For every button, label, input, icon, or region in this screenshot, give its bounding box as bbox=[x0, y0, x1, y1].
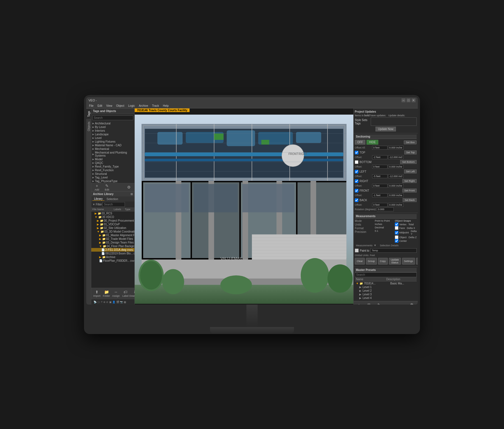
edit-button[interactable]: ✎ Edit bbox=[103, 183, 111, 192]
file-item-boom[interactable]: 📄 09122019 Boom Blo... DWG bbox=[91, 252, 134, 255]
set-front-button[interactable]: Set Front bbox=[402, 189, 417, 193]
right-inches-input[interactable] bbox=[388, 184, 403, 188]
menu-logic[interactable]: Logic bbox=[127, 103, 137, 108]
folder-button[interactable]: 📁 Folder bbox=[102, 289, 110, 298]
tree-item-revit-function[interactable]: ▶Revit_Function bbox=[91, 168, 134, 172]
object-snap[interactable] bbox=[395, 235, 398, 239]
preset-item-level4[interactable]: ▶ Level 4 bbox=[355, 296, 417, 300]
file-item-rcs[interactable]: ▶ 📁 03_RCS bbox=[91, 212, 134, 215]
file-item-vdcoxp[interactable]: ▶ 📁 01_VDCOxP bbox=[91, 222, 134, 226]
tree-item-revit-family[interactable]: ▶Revit_Family_Type bbox=[91, 165, 134, 168]
settings-button-left[interactable]: ⚙ bbox=[125, 184, 133, 190]
hide-button[interactable]: HIDE bbox=[367, 140, 378, 145]
tab-objects[interactable]: Objects bbox=[86, 119, 91, 133]
tags-search-input[interactable] bbox=[92, 115, 133, 120]
front-checkbox[interactable] bbox=[355, 189, 358, 193]
set-back-button[interactable]: Set Back bbox=[403, 198, 417, 202]
file-item-floorplan[interactable]: ▼ 📁 04_Floor Plan Backgrou... bbox=[91, 244, 134, 248]
update-status-button[interactable]: Update Status bbox=[389, 258, 401, 265]
settings-button[interactable]: Settings bbox=[402, 258, 415, 265]
file-item-floorplan2[interactable]: 📄 FloorPlan_F00DER... DWG bbox=[91, 259, 134, 263]
group-preset-button[interactable]: ⊞ Group bbox=[364, 302, 374, 305]
tree-item-landscape[interactable]: ▶Landscape bbox=[91, 133, 134, 136]
file-item-vdco[interactable]: ▼ 📁 35 VDCO bbox=[91, 215, 134, 219]
right-feet-input[interactable] bbox=[372, 184, 388, 188]
file-item-designteam[interactable]: ▶ 📁 03_Design Team Files bbox=[91, 241, 134, 244]
preset-item-level1[interactable]: ▶ Level 1 bbox=[355, 285, 417, 289]
offset-all-inches-input[interactable] bbox=[388, 146, 403, 150]
tree-item-tag-level[interactable]: ▶Tag_Level bbox=[91, 176, 134, 179]
menu-object[interactable]: Object bbox=[115, 103, 126, 108]
center-snap[interactable] bbox=[395, 239, 398, 243]
clear-button[interactable]: Clear bbox=[355, 258, 365, 265]
file-item-procurement[interactable]: ▶ 📁 00_Project Procurement bbox=[91, 219, 134, 222]
preset-item-level3[interactable]: ▶ Level 3 bbox=[355, 293, 417, 296]
file-item-masteralign[interactable]: ▶ 📁 01_Master Alignment F... bbox=[91, 233, 134, 237]
file-item-dwg1[interactable]: 📄 2-FS1-101A.dwg DWG bbox=[91, 248, 134, 252]
back-feet-input[interactable] bbox=[372, 203, 388, 207]
menu-view[interactable]: View bbox=[104, 103, 114, 108]
set-box-button[interactable]: Set Box bbox=[404, 140, 417, 144]
set-right-button[interactable]: Set Right bbox=[402, 179, 417, 183]
bottom-inches-input[interactable] bbox=[388, 165, 403, 169]
file-item-archive[interactable]: ▶ 📁 Archive bbox=[91, 255, 134, 259]
left-inches-input[interactable] bbox=[388, 174, 403, 178]
file-item-trademodel[interactable]: ▶ 📁 02_Trade Model Files bbox=[91, 237, 134, 241]
top-feet-input[interactable] bbox=[372, 155, 388, 159]
front-feet-input[interactable] bbox=[372, 193, 388, 197]
import-button[interactable]: ⬆ Import bbox=[93, 289, 101, 298]
copy-button[interactable]: Copy bbox=[378, 258, 388, 265]
update-now-button[interactable]: Update Now bbox=[375, 127, 396, 131]
tree-item-qaqc[interactable]: ▶QAQC bbox=[91, 161, 134, 165]
file-item-siteutilization[interactable]: ▶ 📁 02_Site Utilization bbox=[91, 226, 134, 230]
set-bottom-button[interactable]: Set Bottom bbox=[400, 160, 417, 164]
tree-item-mechanical[interactable]: ▶Mechanical bbox=[91, 147, 134, 151]
front-inches-input[interactable] bbox=[388, 193, 403, 197]
tree-item-model[interactable]: ▶Model bbox=[91, 157, 134, 161]
add-preset-button[interactable]: + Add bbox=[355, 302, 363, 305]
close-button[interactable]: ✕ bbox=[412, 98, 416, 102]
menu-help[interactable]: Help bbox=[161, 103, 171, 108]
tab-selection[interactable]: Selection bbox=[105, 198, 120, 201]
tree-item-structural[interactable]: ▶Structural bbox=[91, 172, 134, 176]
file-item-3dcoord[interactable]: ▼ 📁 03_3D Model Coordination bbox=[91, 230, 134, 233]
tree-item-interiors[interactable]: ▶Interiors bbox=[91, 129, 134, 133]
viewport[interactable]: 7018146 Travis County Courts Facility bbox=[135, 108, 353, 305]
right-checkbox[interactable] bbox=[355, 179, 358, 183]
preset-item-level2[interactable]: ▶ Level 2 bbox=[355, 289, 417, 293]
tree-item-tag-physical[interactable]: ▶Tag_PhysicalType bbox=[91, 179, 134, 183]
menu-file[interactable]: File bbox=[87, 103, 95, 108]
rotation-input[interactable] bbox=[377, 207, 394, 211]
archive-search-input[interactable] bbox=[102, 202, 125, 207]
tree-item-bylevel[interactable]: ▶By Level bbox=[91, 125, 134, 129]
midpoint-snap[interactable] bbox=[395, 231, 398, 235]
set-top-button[interactable]: Set Top bbox=[404, 150, 417, 154]
maximize-button[interactable]: □ bbox=[407, 98, 410, 102]
color-swatch[interactable] bbox=[355, 249, 359, 252]
face-snap[interactable] bbox=[395, 226, 398, 230]
bottom-checkbox[interactable] bbox=[355, 160, 358, 164]
tab-library[interactable]: Library bbox=[92, 197, 104, 201]
assign-button[interactable]: ↔ Assign bbox=[112, 289, 120, 298]
tree-item-level[interactable]: ▶Level bbox=[91, 136, 134, 140]
preset-item-701814[interactable]: ▼ 📁 701814... Basic Ma... bbox=[355, 282, 417, 285]
minimize-button[interactable]: ─ bbox=[402, 98, 405, 102]
tree-item-lighting[interactable]: ▶Lighting Fixtures bbox=[91, 140, 134, 143]
bottom-feet-input[interactable] bbox=[372, 165, 388, 169]
back-inches-input[interactable] bbox=[388, 203, 403, 207]
tree-item-mech-plumb[interactable]: ▶Mechanical and Plumbing Systems bbox=[91, 151, 134, 157]
label-button[interactable]: 🏷 Label bbox=[122, 289, 129, 298]
vertex-snap[interactable] bbox=[395, 222, 398, 226]
group-button[interactable]: Group bbox=[366, 258, 377, 265]
add-button[interactable]: + Add bbox=[93, 183, 101, 192]
edit-preset-button[interactable]: ✎ Edit bbox=[375, 302, 383, 305]
menu-edit[interactable]: Edit bbox=[96, 103, 104, 108]
left-feet-input[interactable] bbox=[372, 174, 388, 178]
back-checkbox[interactable] bbox=[355, 198, 358, 202]
tab-tags[interactable]: Tags bbox=[86, 108, 91, 119]
preset-search-input[interactable] bbox=[355, 272, 417, 277]
off-button[interactable]: OFF bbox=[355, 140, 365, 145]
delete-preset-button[interactable]: 🗑 Delete bbox=[407, 302, 417, 305]
top-checkbox[interactable] bbox=[355, 151, 358, 154]
left-checkbox[interactable] bbox=[355, 170, 358, 173]
